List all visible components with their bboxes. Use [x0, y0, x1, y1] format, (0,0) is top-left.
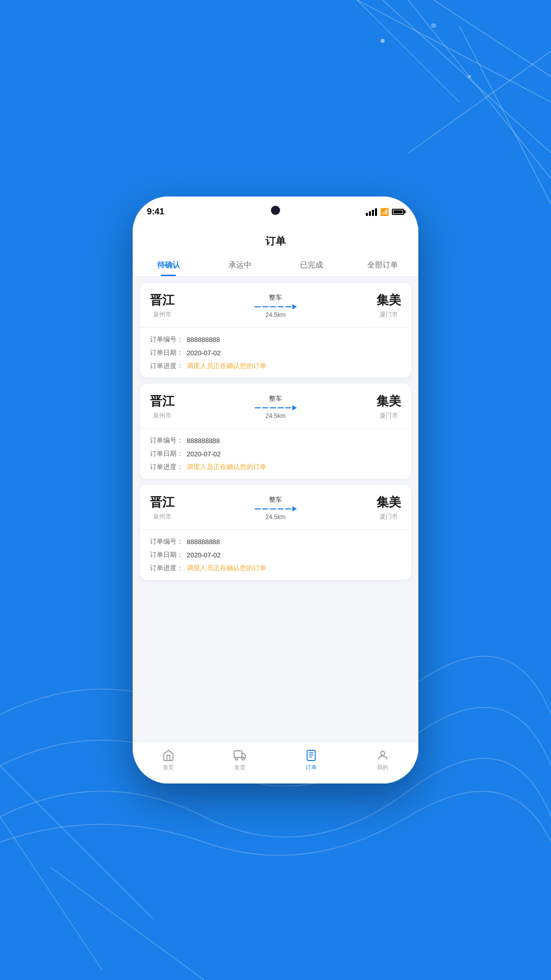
from-city: 晋江 泉州市: [150, 393, 174, 420]
detail-row-progress: 订单进度： 调度人员正在确认您的订单: [150, 462, 401, 472]
route-arrow: [180, 506, 371, 511]
route-arrow: [180, 405, 371, 410]
order-list[interactable]: 晋江 泉州市 整车: [133, 277, 418, 742]
route-middle: 整车 24.5km: [174, 394, 377, 420]
svg-point-9: [431, 23, 436, 28]
order-card[interactable]: 晋江 泉州市 整车: [140, 384, 411, 479]
wifi-icon: 📶: [380, 208, 389, 216]
to-city: 集美 厦门市: [377, 292, 401, 319]
order-route: 晋江 泉州市 整车: [140, 485, 411, 530]
svg-point-7: [381, 39, 385, 43]
tab-pending[interactable]: 待确认: [133, 255, 204, 276]
svg-line-6: [408, 0, 551, 179]
from-city: 晋江 泉州市: [150, 494, 174, 521]
detail-row-progress: 订单进度： 调度人员正在确认您的订单: [150, 564, 401, 573]
detail-row-number: 订单编号： 888888888: [150, 436, 401, 445]
home-icon: [162, 749, 174, 762]
svg-line-3: [459, 26, 551, 204]
nav-item-order[interactable]: 订单: [276, 746, 347, 774]
svg-rect-13: [234, 751, 242, 757]
battery-icon: [392, 209, 404, 215]
svg-rect-16: [307, 750, 315, 761]
status-icons: 📶: [366, 208, 404, 216]
order-card[interactable]: 晋江 泉州市 整车: [140, 283, 411, 378]
svg-point-15: [242, 757, 244, 760]
detail-row-number: 订单编号： 888888888: [150, 335, 401, 344]
to-city: 集美 厦门市: [377, 393, 401, 420]
nav-item-home[interactable]: 首页: [133, 746, 204, 774]
tab-shipping[interactable]: 承运中: [204, 255, 276, 276]
status-bar: 9:41 📶: [133, 197, 418, 227]
svg-point-14: [235, 757, 238, 760]
signal-icon: [366, 208, 377, 216]
svg-line-11: [0, 817, 102, 970]
truck-icon: [234, 749, 246, 762]
svg-line-2: [434, 0, 551, 77]
svg-line-10: [0, 766, 153, 919]
nav-item-profile[interactable]: 我的: [347, 746, 418, 774]
status-time: 9:41: [147, 207, 164, 217]
svg-line-4: [408, 51, 551, 153]
order-card[interactable]: 晋江 泉州市 整车: [140, 485, 411, 580]
tab-all[interactable]: 全部订单: [347, 255, 418, 276]
order-icon: [305, 749, 317, 762]
svg-line-1: [383, 0, 551, 153]
route-arrow: [180, 304, 371, 309]
order-route: 晋江 泉州市 整车: [140, 384, 411, 429]
page-header: 订单 待确认 承运中 已完成 全部订单: [133, 227, 418, 277]
detail-row-date: 订单日期： 2020-07-02: [150, 348, 401, 357]
svg-line-5: [357, 0, 459, 102]
bottom-nav: 首页 发货 订单: [133, 742, 418, 783]
to-city: 集美 厦门市: [377, 494, 401, 521]
detail-row-date: 订单日期： 2020-07-02: [150, 550, 401, 559]
svg-line-0: [357, 0, 551, 102]
app-content: 订单 待确认 承运中 已完成 全部订单: [133, 227, 418, 783]
detail-row-progress: 订单进度： 调度人员正在确认您的订单: [150, 361, 401, 371]
tab-completed[interactable]: 已完成: [276, 255, 347, 276]
detail-row-date: 订单日期： 2020-07-02: [150, 449, 401, 458]
svg-point-8: [468, 75, 471, 78]
route-middle: 整车 24.5km: [174, 293, 377, 318]
order-details: 订单编号： 888888888 订单日期： 2020-07-02 订单进度： 调…: [140, 328, 411, 378]
order-details: 订单编号： 888888888 订单日期： 2020-07-02 订单进度： 调…: [140, 530, 411, 580]
order-details: 订单编号： 888888888 订单日期： 2020-07-02 订单进度： 调…: [140, 429, 411, 479]
detail-row-number: 订单编号： 888888888: [150, 537, 401, 546]
svg-point-20: [381, 751, 385, 755]
nav-item-shipping[interactable]: 发货: [204, 746, 276, 774]
svg-line-12: [51, 868, 204, 980]
route-middle: 整车 24.5km: [174, 495, 377, 521]
from-city: 晋江 泉州市: [150, 292, 174, 319]
phone-frame: 9:41 📶 订单 待确认 承运中: [133, 197, 418, 783]
tabs-row: 待确认 承运中 已完成 全部订单: [133, 255, 418, 277]
profile-icon: [377, 749, 389, 762]
page-title: 订单: [133, 234, 418, 248]
order-route: 晋江 泉州市 整车: [140, 283, 411, 328]
